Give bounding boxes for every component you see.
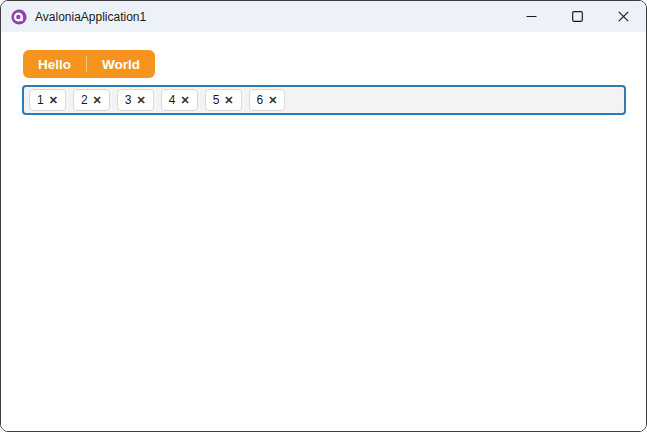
chip-5[interactable]: 5 ✕ bbox=[205, 89, 242, 111]
chip-value: 3 bbox=[125, 93, 132, 107]
tab-world[interactable]: World bbox=[87, 50, 155, 78]
chip-value: 5 bbox=[213, 93, 220, 107]
maximize-button[interactable] bbox=[554, 1, 600, 32]
minimize-icon bbox=[526, 11, 537, 22]
chip-value: 2 bbox=[81, 93, 88, 107]
tab-hello[interactable]: Hello bbox=[23, 50, 86, 78]
minimize-button[interactable] bbox=[508, 1, 554, 32]
chip-remove-icon[interactable]: ✕ bbox=[93, 95, 102, 106]
chip-remove-icon[interactable]: ✕ bbox=[49, 95, 58, 106]
chip-remove-icon[interactable]: ✕ bbox=[180, 95, 189, 106]
window-title: AvaloniaApplication1 bbox=[35, 10, 146, 24]
chip-1[interactable]: 1 ✕ bbox=[29, 89, 66, 111]
app-window: AvaloniaApplication1 Hello World bbox=[0, 0, 647, 432]
tab-strip: Hello World bbox=[23, 50, 155, 78]
close-button[interactable] bbox=[600, 1, 646, 32]
chip-remove-icon[interactable]: ✕ bbox=[268, 95, 277, 106]
close-icon bbox=[618, 11, 629, 22]
chip-remove-icon[interactable]: ✕ bbox=[137, 95, 146, 106]
chip-remove-icon[interactable]: ✕ bbox=[224, 95, 233, 106]
maximize-icon bbox=[572, 11, 583, 22]
window-content: Hello World 1 ✕ 2 ✕ 3 ✕ 4 ✕ 5 ✕ bbox=[1, 33, 646, 431]
title-bar[interactable]: AvaloniaApplication1 bbox=[1, 1, 646, 32]
chip-6[interactable]: 6 ✕ bbox=[249, 89, 286, 111]
avalonia-logo-icon bbox=[11, 9, 27, 25]
chip-value: 4 bbox=[169, 93, 176, 107]
chip-input[interactable]: 1 ✕ 2 ✕ 3 ✕ 4 ✕ 5 ✕ 6 ✕ bbox=[22, 85, 626, 115]
chip-2[interactable]: 2 ✕ bbox=[73, 89, 110, 111]
chip-value: 1 bbox=[37, 93, 44, 107]
chip-4[interactable]: 4 ✕ bbox=[161, 89, 198, 111]
chip-3[interactable]: 3 ✕ bbox=[117, 89, 154, 111]
chip-value: 6 bbox=[257, 93, 264, 107]
